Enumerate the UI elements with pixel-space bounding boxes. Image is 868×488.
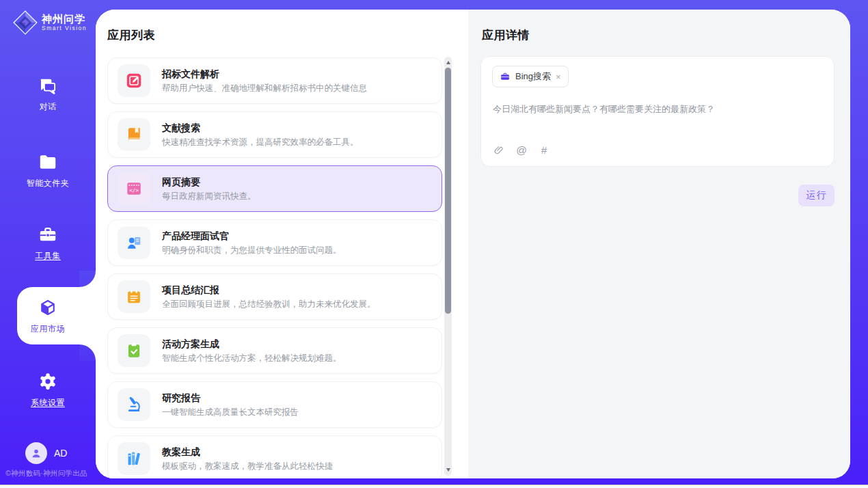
copyright-footer: ©神州数码·神州问学出品 <box>5 469 94 478</box>
app-card-7[interactable]: 研究报告 一键智能生成高质量长文本研究报告 <box>107 381 442 428</box>
webpage-icon <box>125 180 143 198</box>
app-window: 神州问学 Smart Vision 对话 智能文件夹 工具集 应用市场 系统设置 <box>0 0 868 488</box>
content-area: 应用列表 招标文件解析 帮助用户快速、准确地理解和解析招标书中的关键信息 文献搜… <box>96 10 850 478</box>
scroll-down-icon[interactable] <box>446 468 450 472</box>
user-name: AD <box>54 448 67 459</box>
brand-name: 神州问学 <box>42 13 87 25</box>
hash-icon[interactable]: # <box>538 144 550 157</box>
user-row[interactable]: AD <box>25 442 67 464</box>
tool-tag-label: Bing搜索 <box>515 70 551 83</box>
gear-icon <box>38 371 58 392</box>
app-list: 招标文件解析 帮助用户快速、准确地理解和解析招标书中的关键信息 文献搜索 快速精… <box>107 57 442 478</box>
at-mention-icon[interactable]: @ <box>515 144 528 157</box>
books-icon <box>125 450 143 467</box>
avatar[interactable] <box>25 442 47 464</box>
paperclip-icon[interactable] <box>493 144 505 157</box>
clipboard-check-icon <box>125 342 143 360</box>
app-list-panel: 应用列表 招标文件解析 帮助用户快速、准确地理解和解析招标书中的关键信息 文献搜… <box>96 10 468 478</box>
person-icon <box>29 446 43 460</box>
tool-tag-bing[interactable]: Bing搜索 × <box>492 66 569 87</box>
sidebar-item-3[interactable]: 工具集 <box>0 224 96 262</box>
run-button[interactable]: 运行 <box>798 185 835 206</box>
app-card-6[interactable]: 活动方案生成 智能生成个性化活动方案，轻松解决规划难题。 <box>107 327 442 374</box>
sidebar-item-2[interactable]: 智能文件夹 <box>0 152 96 189</box>
chat-icon <box>38 75 58 96</box>
scroll-up-icon[interactable] <box>446 61 450 64</box>
app-list-title: 应用列表 <box>107 27 155 43</box>
briefcase-icon <box>500 71 511 82</box>
sidebar: 神州问学 Smart Vision 对话 智能文件夹 工具集 应用市场 系统设置 <box>0 0 96 485</box>
scrollbar-thumb[interactable] <box>445 68 451 314</box>
tag-close-icon[interactable]: × <box>556 72 561 81</box>
brand-tagline: Smart Vision <box>42 25 87 32</box>
app-card-4[interactable]: 产品经理面试官 明确身份和职责，为您提供专业性的面试问题。 <box>107 219 442 266</box>
book-icon <box>125 126 143 144</box>
nav-notch-bottom <box>79 344 96 361</box>
microscope-icon <box>125 396 143 414</box>
app-card-3[interactable]: 网页摘要 每日政府新闻资讯快查。 <box>107 165 442 212</box>
app-card-1[interactable]: 招标文件解析 帮助用户快速、准确地理解和解析招标书中的关键信息 <box>107 57 442 104</box>
brand-logo: 神州问学 Smart Vision <box>12 10 87 36</box>
folder-icon <box>38 152 58 172</box>
sidebar-item-4[interactable]: 应用市场 <box>0 297 96 335</box>
app-card-2[interactable]: 文献搜索 快速精准查找学术资源，提高研究效率的必备工具。 <box>107 111 442 158</box>
sidebar-item-5[interactable]: 系统设置 <box>0 371 96 409</box>
prompt-card: Bing搜索 × 今日湖北有哪些新闻要点？有哪些需要关注的最新政策？ @ # <box>480 56 835 167</box>
sidebar-item-1[interactable]: 对话 <box>0 75 96 113</box>
app-card-5[interactable]: 项目总结汇报 全面回顾项目进展，总结经验教训，助力未来优化发展。 <box>107 273 442 320</box>
bid-parse-icon <box>125 72 143 90</box>
cube-icon <box>38 297 58 318</box>
nav-notch-top <box>79 271 96 287</box>
prompt-text[interactable]: 今日湖北有哪些新闻要点？有哪些需要关注的最新政策？ <box>493 103 823 116</box>
brand-diamond-icon <box>12 10 38 36</box>
window-bottom-edge <box>0 485 868 488</box>
report-note-icon <box>125 288 143 306</box>
prompt-toolbar: @ # <box>493 144 550 157</box>
app-detail-title: 应用详情 <box>482 27 530 43</box>
toolbox-icon <box>38 224 58 245</box>
purple-frame: 神州问学 Smart Vision 对话 智能文件夹 工具集 应用市场 系统设置 <box>0 0 868 485</box>
interviewer-icon <box>125 234 143 252</box>
app-card-8[interactable]: 教案生成 模板驱动，教案速成，教学准备从此轻松快捷 <box>107 435 442 478</box>
app-detail-panel: 应用详情 Bing搜索 × 今日湖北有哪些新闻要点？有哪些需要关注的最新政策？ … <box>468 10 850 478</box>
scrollbar[interactable] <box>444 57 452 476</box>
